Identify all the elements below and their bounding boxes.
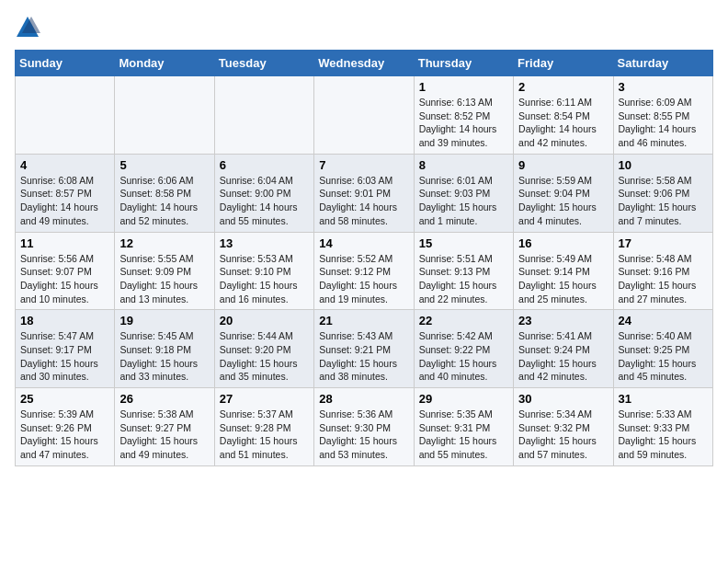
day-info: Sunrise: 5:58 AM Sunset: 9:06 PM Dayligh… <box>619 174 708 228</box>
week-row-2: 4Sunrise: 6:08 AM Sunset: 8:57 PM Daylig… <box>16 154 713 232</box>
day-info: Sunrise: 5:44 AM Sunset: 9:20 PM Dayligh… <box>220 329 309 384</box>
header-friday: Friday <box>514 51 613 76</box>
day-number: 27 <box>220 392 309 406</box>
day-number: 5 <box>119 158 209 172</box>
day-number: 18 <box>20 314 109 327</box>
day-info: Sunrise: 5:42 AM Sunset: 9:22 PM Dayligh… <box>419 329 508 384</box>
day-number: 7 <box>319 158 408 172</box>
day-number: 20 <box>220 314 309 327</box>
day-info: Sunrise: 5:53 AM Sunset: 9:10 PM Dayligh… <box>220 252 309 306</box>
day-cell: 9Sunrise: 5:59 AM Sunset: 9:04 PM Daylig… <box>514 154 613 232</box>
day-number: 29 <box>419 392 508 406</box>
day-number: 17 <box>619 236 708 250</box>
day-cell: 20Sunrise: 5:44 AM Sunset: 9:20 PM Dayli… <box>214 310 313 388</box>
day-cell: 23Sunrise: 5:41 AM Sunset: 9:24 PM Dayli… <box>514 310 613 388</box>
day-info: Sunrise: 6:13 AM Sunset: 8:52 PM Dayligh… <box>419 96 508 150</box>
day-info: Sunrise: 5:40 AM Sunset: 9:25 PM Dayligh… <box>619 329 708 384</box>
day-cell: 25Sunrise: 5:39 AM Sunset: 9:26 PM Dayli… <box>16 388 115 466</box>
day-cell: 3Sunrise: 6:09 AM Sunset: 8:55 PM Daylig… <box>613 76 712 155</box>
day-cell: 19Sunrise: 5:45 AM Sunset: 9:18 PM Dayli… <box>115 310 214 388</box>
day-info: Sunrise: 6:11 AM Sunset: 8:54 PM Dayligh… <box>518 96 608 150</box>
day-cell <box>214 76 313 155</box>
day-info: Sunrise: 5:41 AM Sunset: 9:24 PM Dayligh… <box>518 329 608 384</box>
calendar-table: SundayMondayTuesdayWednesdayThursdayFrid… <box>15 50 713 466</box>
day-cell: 17Sunrise: 5:48 AM Sunset: 9:16 PM Dayli… <box>613 232 712 310</box>
page-header <box>15 15 713 40</box>
day-info: Sunrise: 5:37 AM Sunset: 9:28 PM Dayligh… <box>220 408 309 462</box>
day-cell: 7Sunrise: 6:03 AM Sunset: 9:01 PM Daylig… <box>314 154 414 232</box>
day-info: Sunrise: 5:49 AM Sunset: 9:14 PM Dayligh… <box>518 252 608 306</box>
day-number: 14 <box>319 236 408 250</box>
day-cell <box>16 76 115 155</box>
day-number: 16 <box>518 236 608 250</box>
header-sunday: Sunday <box>16 51 115 76</box>
week-row-4: 18Sunrise: 5:47 AM Sunset: 9:17 PM Dayli… <box>16 310 713 388</box>
calendar-header: SundayMondayTuesdayWednesdayThursdayFrid… <box>16 51 713 76</box>
day-cell: 14Sunrise: 5:52 AM Sunset: 9:12 PM Dayli… <box>314 232 414 310</box>
logo-icon <box>15 15 40 40</box>
day-cell <box>115 76 214 155</box>
day-number: 15 <box>419 236 508 250</box>
day-info: Sunrise: 5:51 AM Sunset: 9:13 PM Dayligh… <box>419 252 508 306</box>
header-wednesday: Wednesday <box>314 51 414 76</box>
day-cell: 13Sunrise: 5:53 AM Sunset: 9:10 PM Dayli… <box>214 232 313 310</box>
day-number: 31 <box>619 392 708 406</box>
day-cell: 5Sunrise: 6:06 AM Sunset: 8:58 PM Daylig… <box>115 154 214 232</box>
day-info: Sunrise: 5:45 AM Sunset: 9:18 PM Dayligh… <box>119 329 209 384</box>
day-number: 4 <box>20 158 109 172</box>
day-info: Sunrise: 5:35 AM Sunset: 9:31 PM Dayligh… <box>419 408 508 462</box>
day-number: 3 <box>619 80 708 94</box>
header-monday: Monday <box>115 51 214 76</box>
day-number: 24 <box>619 314 708 327</box>
week-row-5: 25Sunrise: 5:39 AM Sunset: 9:26 PM Dayli… <box>16 388 713 466</box>
day-number: 23 <box>518 314 608 327</box>
day-number: 21 <box>319 314 408 327</box>
day-info: Sunrise: 5:47 AM Sunset: 9:17 PM Dayligh… <box>20 329 109 384</box>
day-cell: 12Sunrise: 5:55 AM Sunset: 9:09 PM Dayli… <box>115 232 214 310</box>
day-cell: 8Sunrise: 6:01 AM Sunset: 9:03 PM Daylig… <box>414 154 513 232</box>
day-cell: 1Sunrise: 6:13 AM Sunset: 8:52 PM Daylig… <box>414 76 513 155</box>
day-number: 2 <box>518 80 608 94</box>
day-number: 30 <box>518 392 608 406</box>
day-cell: 28Sunrise: 5:36 AM Sunset: 9:30 PM Dayli… <box>314 388 414 466</box>
header-thursday: Thursday <box>414 51 513 76</box>
day-number: 28 <box>319 392 408 406</box>
day-number: 9 <box>518 158 608 172</box>
day-number: 1 <box>419 80 508 94</box>
day-cell: 29Sunrise: 5:35 AM Sunset: 9:31 PM Dayli… <box>414 388 513 466</box>
day-info: Sunrise: 6:08 AM Sunset: 8:57 PM Dayligh… <box>20 174 109 228</box>
day-info: Sunrise: 5:36 AM Sunset: 9:30 PM Dayligh… <box>319 408 408 462</box>
calendar-body: 1Sunrise: 6:13 AM Sunset: 8:52 PM Daylig… <box>16 76 713 466</box>
day-cell: 16Sunrise: 5:49 AM Sunset: 9:14 PM Dayli… <box>514 232 613 310</box>
day-info: Sunrise: 5:52 AM Sunset: 9:12 PM Dayligh… <box>319 252 408 306</box>
week-row-3: 11Sunrise: 5:56 AM Sunset: 9:07 PM Dayli… <box>16 232 713 310</box>
day-info: Sunrise: 5:38 AM Sunset: 9:27 PM Dayligh… <box>119 408 209 462</box>
day-cell: 11Sunrise: 5:56 AM Sunset: 9:07 PM Dayli… <box>16 232 115 310</box>
day-cell: 2Sunrise: 6:11 AM Sunset: 8:54 PM Daylig… <box>514 76 613 155</box>
day-info: Sunrise: 5:55 AM Sunset: 9:09 PM Dayligh… <box>119 252 209 306</box>
day-cell: 26Sunrise: 5:38 AM Sunset: 9:27 PM Dayli… <box>115 388 214 466</box>
day-info: Sunrise: 5:33 AM Sunset: 9:33 PM Dayligh… <box>619 408 708 462</box>
week-row-1: 1Sunrise: 6:13 AM Sunset: 8:52 PM Daylig… <box>16 76 713 155</box>
day-info: Sunrise: 5:59 AM Sunset: 9:04 PM Dayligh… <box>518 174 608 228</box>
header-row: SundayMondayTuesdayWednesdayThursdayFrid… <box>16 51 713 76</box>
day-cell: 27Sunrise: 5:37 AM Sunset: 9:28 PM Dayli… <box>214 388 313 466</box>
day-number: 26 <box>119 392 209 406</box>
day-info: Sunrise: 5:43 AM Sunset: 9:21 PM Dayligh… <box>319 329 408 384</box>
day-info: Sunrise: 6:03 AM Sunset: 9:01 PM Dayligh… <box>319 174 408 228</box>
logo <box>15 15 44 40</box>
day-number: 11 <box>20 236 109 250</box>
day-number: 25 <box>20 392 109 406</box>
day-cell: 15Sunrise: 5:51 AM Sunset: 9:13 PM Dayli… <box>414 232 513 310</box>
day-cell: 4Sunrise: 6:08 AM Sunset: 8:57 PM Daylig… <box>16 154 115 232</box>
day-info: Sunrise: 5:34 AM Sunset: 9:32 PM Dayligh… <box>518 408 608 462</box>
day-cell: 22Sunrise: 5:42 AM Sunset: 9:22 PM Dayli… <box>414 310 513 388</box>
day-number: 12 <box>119 236 209 250</box>
day-cell: 18Sunrise: 5:47 AM Sunset: 9:17 PM Dayli… <box>16 310 115 388</box>
day-cell: 10Sunrise: 5:58 AM Sunset: 9:06 PM Dayli… <box>613 154 712 232</box>
day-cell: 21Sunrise: 5:43 AM Sunset: 9:21 PM Dayli… <box>314 310 414 388</box>
day-info: Sunrise: 6:01 AM Sunset: 9:03 PM Dayligh… <box>419 174 508 228</box>
day-number: 10 <box>619 158 708 172</box>
day-info: Sunrise: 6:09 AM Sunset: 8:55 PM Dayligh… <box>619 96 708 150</box>
day-info: Sunrise: 5:39 AM Sunset: 9:26 PM Dayligh… <box>20 408 109 462</box>
